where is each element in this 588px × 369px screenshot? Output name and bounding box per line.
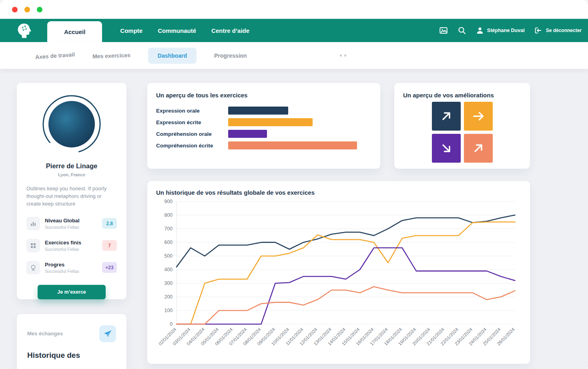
bar-track xyxy=(228,107,371,115)
primary-nav: Accueil Compte Communauté Centre d’aide xyxy=(47,19,257,42)
user-icon xyxy=(476,26,484,35)
overview-title: Un aperçu de tous les exercices xyxy=(156,92,371,99)
stat-row-niveau-global[interactable]: Niveau Global Successful Fellas 2.8 xyxy=(26,217,117,230)
search-icon[interactable] xyxy=(457,26,467,35)
nav-tab-label: Centre d’aide xyxy=(211,27,249,34)
svg-text:700: 700 xyxy=(165,226,173,232)
exchanges-label: Mes échanges xyxy=(27,331,63,337)
bar-track xyxy=(228,118,371,126)
svg-text:0: 0 xyxy=(170,321,173,327)
svg-text:400: 400 xyxy=(165,267,173,272)
logout-button[interactable]: Se déconnecter xyxy=(534,26,582,35)
stat-sublabel: Successful Fellas xyxy=(45,225,97,230)
je-mexerce-button[interactable]: Je m’exerce xyxy=(38,285,106,299)
window-zoom-button[interactable] xyxy=(37,7,42,12)
bar-label: Compréhension écrite xyxy=(156,143,228,149)
svg-text:600: 600 xyxy=(165,240,173,245)
stat-badge: 7 xyxy=(102,240,117,251)
stat-texts: Progres Successful Fellas xyxy=(45,262,97,274)
arrow-down-right-icon[interactable] xyxy=(432,134,461,163)
overview-bars: Expression orale Expression écrite Compr… xyxy=(156,107,371,149)
profile-bio: Outlines keep you honest. If poorly thou… xyxy=(26,185,117,208)
nav-tab-label: Compte xyxy=(120,27,142,34)
user-name: Stéphane Duval xyxy=(487,28,525,33)
bar-track xyxy=(228,141,371,149)
nav-tab-accueil[interactable]: Accueil xyxy=(47,21,102,42)
history-chart: 010020030040050060070080090002/01/202403… xyxy=(156,198,521,358)
arrow-up-right-icon[interactable] xyxy=(432,102,461,131)
bar-row-expression-ecrite: Expression écrite xyxy=(156,118,371,126)
bar-chart-icon xyxy=(26,217,40,230)
stat-row-exercices-finis[interactable]: Exercices finis Successful Fellas 7 xyxy=(26,239,117,252)
stat-label: Progres xyxy=(45,262,97,268)
window-close-button[interactable] xyxy=(12,7,18,12)
paper-plane-icon[interactable] xyxy=(99,325,116,342)
subnav-more-dots[interactable] xyxy=(340,54,346,56)
profile-location: Lyon, France xyxy=(58,172,85,177)
stat-badge: 2.8 xyxy=(102,218,117,229)
stat-label: Niveau Global xyxy=(45,218,97,224)
results-history-card: Un historique de vos résultats globale d… xyxy=(147,181,530,364)
user-account-button[interactable]: Stéphane Duval xyxy=(476,26,525,35)
app-logo[interactable] xyxy=(0,19,47,42)
avatar xyxy=(42,94,102,154)
arrow-right-icon[interactable] xyxy=(464,102,493,131)
improvements-card: Un aperçu de vos améliorations xyxy=(394,83,530,169)
bar-row-comprehension-orale: Compréhension orale xyxy=(156,130,371,138)
window-minimize-button[interactable] xyxy=(24,7,30,12)
stat-sublabel: Successful Fellas xyxy=(45,247,97,252)
bar-row-expression-orale: Expression orale xyxy=(156,107,371,115)
secondary-nav: Axes de travail Mes exercices Dashboard … xyxy=(0,42,588,69)
avatar-image xyxy=(48,101,95,147)
improvement-tiles xyxy=(403,102,521,163)
subnav-item-mes-exercices[interactable]: Mes exercices xyxy=(92,52,130,59)
subnav-item-axes-de-travail[interactable]: Axes de travail xyxy=(35,51,75,60)
bar-fill xyxy=(228,141,357,149)
improvements-title: Un aperçu de vos améliorations xyxy=(403,92,521,99)
nav-tab-compte[interactable]: Compte xyxy=(112,19,150,42)
svg-text:200: 200 xyxy=(165,294,173,300)
profile-name: Pierre de Linage xyxy=(46,162,97,170)
svg-text:300: 300 xyxy=(165,280,173,286)
exchanges-header: Mes échanges xyxy=(27,325,116,342)
summary-row: Un aperçu de tous les exercices Expressi… xyxy=(147,83,530,169)
bar-fill xyxy=(228,118,313,126)
logout-label: Se déconnecter xyxy=(546,28,582,33)
svg-text:100: 100 xyxy=(165,308,173,313)
arrow-up-right-icon[interactable] xyxy=(464,134,493,163)
window-titlebar xyxy=(0,0,588,19)
gallery-icon[interactable] xyxy=(439,26,448,35)
bar-track xyxy=(228,130,371,138)
globe-icon xyxy=(26,261,40,274)
subnav-item-progression[interactable]: Progression xyxy=(214,52,247,59)
exercise-overview-card: Un aperçu de tous les exercices Expressi… xyxy=(147,83,380,169)
svg-text:500: 500 xyxy=(165,253,173,259)
profile-card: Pierre de Linage Lyon, France Outlines k… xyxy=(17,83,126,299)
stat-texts: Niveau Global Successful Fellas xyxy=(45,218,97,230)
grid-icon xyxy=(26,239,40,252)
topbar-actions: Stéphane Duval Se déconnecter xyxy=(439,19,582,42)
nav-tab-communaute[interactable]: Communauté xyxy=(150,19,204,42)
stat-badge: +23 xyxy=(102,262,117,273)
nav-tab-centre-aide[interactable]: Centre d’aide xyxy=(204,19,257,42)
svg-text:800: 800 xyxy=(165,212,173,218)
bar-fill xyxy=(228,107,288,115)
stat-sublabel: Successful Fellas xyxy=(45,269,97,274)
bar-label: Expression orale xyxy=(156,108,228,114)
stat-row-progres[interactable]: Progres Successful Fellas +23 xyxy=(26,261,117,274)
bar-row-comprehension-ecrite: Compréhension écrite xyxy=(156,141,371,149)
dashboard-main-column: Un aperçu de tous les exercices Expressi… xyxy=(147,83,530,369)
subnav-item-dashboard[interactable]: Dashboard xyxy=(148,48,197,64)
bar-fill xyxy=(228,130,267,138)
history-title: Un historique de vos résultats globale d… xyxy=(156,189,521,196)
bar-label: Compréhension orale xyxy=(156,131,228,137)
exchanges-heading: Historique des xyxy=(27,351,116,360)
top-navigation-bar: Accueil Compte Communauté Centre d’aide xyxy=(0,19,588,42)
exchanges-card: Mes échanges Historique des xyxy=(17,314,126,369)
left-sidebar: Pierre de Linage Lyon, France Outlines k… xyxy=(17,83,126,369)
stat-texts: Exercices finis Successful Fellas xyxy=(45,240,97,252)
app-window: Accueil Compte Communauté Centre d’aide xyxy=(0,0,588,369)
svg-text:900: 900 xyxy=(165,199,173,204)
nav-tab-label: Accueil xyxy=(64,28,85,35)
bar-label: Expression écrite xyxy=(156,119,228,125)
